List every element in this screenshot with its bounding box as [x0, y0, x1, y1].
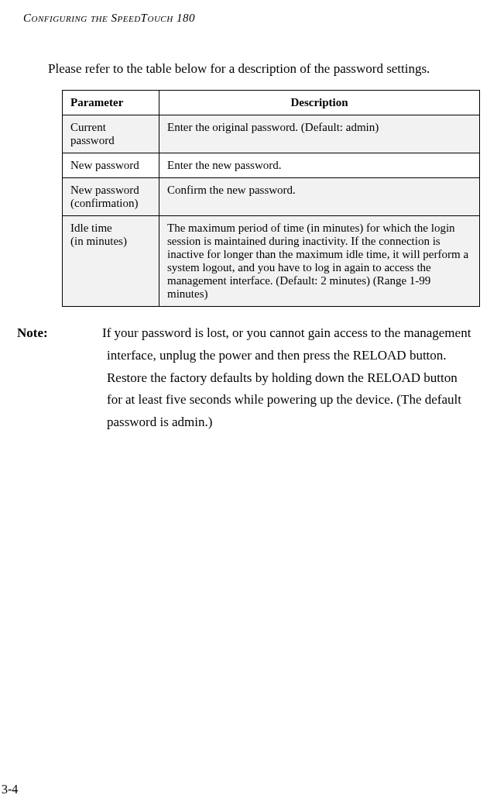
cell-description: The maximum period of time (in minutes) … [159, 215, 480, 306]
intro-text: Please refer to the table below for a de… [48, 60, 481, 78]
cell-parameter: Current password [63, 115, 159, 153]
header-prefix: Configuring the SpeedTouch [23, 12, 173, 24]
table-header-row: Parameter Description [63, 90, 480, 115]
cell-description: Enter the new password. [159, 153, 480, 177]
header-parameter: Parameter [63, 90, 159, 115]
cell-parameter: Idle time (in minutes) [63, 215, 159, 306]
cell-description: Confirm the new password. [159, 177, 480, 215]
password-settings-table: Parameter Description Current passwordEn… [62, 90, 480, 307]
table-row: Current passwordEnter the original passw… [63, 115, 480, 153]
page-header: Configuring the SpeedTouch 180 [23, 12, 481, 25]
cell-description: Enter the original password. (Default: a… [159, 115, 480, 153]
cell-parameter: New password [63, 153, 159, 177]
table-row: New passwordEnter the new password. [63, 153, 480, 177]
table-row: Idle time (in minutes)The maximum period… [63, 215, 480, 306]
note-label: Note: [62, 322, 102, 345]
header-number: 180 [177, 12, 195, 24]
page-number: 3-4 [2, 783, 18, 797]
cell-parameter: New password (confirmation) [63, 177, 159, 215]
note-text: If your password is lost, or you cannot … [102, 325, 471, 430]
note-section: Note:If your password is lost, or you ca… [62, 322, 473, 434]
header-description: Description [159, 90, 480, 115]
table-row: New password (confirmation)Confirm the n… [63, 177, 480, 215]
